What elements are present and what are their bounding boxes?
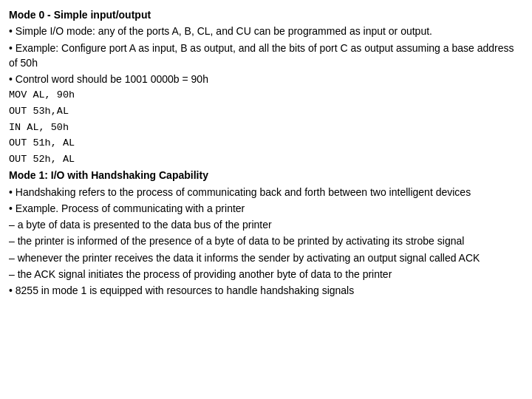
content-line-2: • Example: Configure port A as input, B … [9, 41, 523, 71]
content-line-3: • Control word should be 1001 0000b = 90… [9, 72, 523, 86]
content-line-11: • Example. Process of communicating with… [9, 201, 523, 216]
content-line-0: Mode 0 - Simple input/output [9, 7, 523, 22]
content-line-9: Mode 1: I/O with Handshaking Capability [9, 168, 523, 183]
content-line-16: • 8255 in mode 1 is equipped with resour… [9, 283, 523, 298]
content-line-8: OUT 52h, AL [9, 152, 523, 167]
content-line-4: MOV AL, 90h [9, 88, 523, 103]
content-line-13: – the printer is informed of the presenc… [9, 233, 523, 248]
main-content: Mode 0 - Simple input/output• Simple I/O… [0, 0, 532, 307]
content-line-1: • Simple I/O mode: any of the ports A, B… [9, 24, 523, 38]
content-line-10: • Handshaking refers to the process of c… [9, 185, 523, 200]
content-line-7: OUT 51h, AL [9, 136, 523, 151]
content-line-5: OUT 53h,AL [9, 104, 523, 119]
content-line-6: IN AL, 50h [9, 120, 523, 135]
content-line-14: – whenever the printer receives the data… [9, 250, 523, 265]
content-line-15: – the ACK signal initiates the process o… [9, 267, 523, 282]
content-line-12: – a byte of data is presented to the dat… [9, 217, 523, 232]
